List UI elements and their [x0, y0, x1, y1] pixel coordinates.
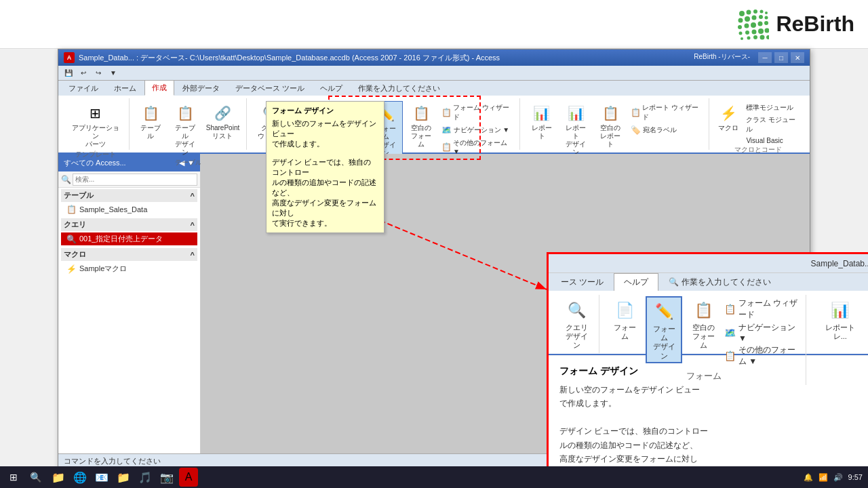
sidebar-table-label: テーブル	[64, 190, 94, 201]
table-button[interactable]: 📋 テーブル	[135, 101, 167, 142]
tab-external-data[interactable]: 外部データ	[175, 81, 227, 96]
zoomed-tab-search[interactable]: 🔍 作業を入力してください	[659, 274, 780, 291]
blank-report-button[interactable]: 📋 空白のレポート	[595, 101, 627, 150]
minimize-button[interactable]: ─	[758, 52, 772, 63]
sidebar-search-input[interactable]	[73, 174, 197, 186]
undo-qa-button[interactable]: ↩	[77, 67, 90, 79]
ribbon-group-table: 📋 テーブル 📋 テーブルデザイン 🔗 SharePointリスト テーブル	[131, 98, 247, 150]
taskbar-app-photo[interactable]: 📷	[157, 468, 176, 487]
zoomed-tab-tools[interactable]: ース ツール	[551, 274, 613, 291]
zoomed-report-label: レポート レ...	[818, 323, 862, 341]
class-module-button[interactable]: クラス モジュール	[745, 115, 802, 135]
zoomed-blank-form-button[interactable]: 📋 空白のフォーム	[686, 296, 720, 352]
svg-point-12	[751, 22, 756, 28]
macro-label: マクロ	[718, 124, 738, 132]
tab-home[interactable]: ホーム	[106, 81, 144, 96]
tab-create[interactable]: 作成	[144, 80, 174, 96]
navigation-label: ナビゲーション ▼	[454, 125, 510, 135]
report-button[interactable]: 📊 レポート	[526, 101, 557, 142]
svg-point-18	[758, 28, 764, 34]
zoomed-form-button[interactable]: 📄 フォーム	[608, 296, 642, 342]
ribbon-tabs: ファイル ホーム 作成 外部データ データベース ツール ヘルプ 作業を入力して…	[58, 81, 810, 96]
tab-help[interactable]: ヘルプ	[313, 81, 350, 96]
rebirth-titlebar-label: ReBirth -リバース-	[694, 52, 750, 63]
svg-point-15	[739, 31, 743, 35]
zoomed-form-wizard-button[interactable]: 📋 フォーム ウィザード	[724, 298, 800, 321]
report-wizard-label: レポート ウィザード	[642, 103, 703, 122]
sidebar-section-queries: クエリ ^ 🔍 001_指定日付売上データ	[58, 217, 200, 247]
zoomed-other-forms-button[interactable]: 📋 その他のフォーム ▼	[724, 344, 800, 367]
sidebar-item-sample-sales[interactable]: 📋 Sample_Sales_Data	[61, 203, 197, 216]
svg-point-22	[753, 35, 757, 39]
sidebar-table-section-header[interactable]: テーブル ^	[61, 189, 197, 202]
taskbar-app-access[interactable]: A	[179, 468, 198, 487]
table-design-button[interactable]: 📋 テーブルデザイン	[170, 101, 201, 158]
tab-search[interactable]: 作業を入力してください	[351, 81, 448, 96]
standard-module-button[interactable]: 標準モジュール	[745, 102, 802, 113]
sidebar-query-label: クエリ	[64, 220, 86, 230]
table-group-label: テーブル	[175, 158, 202, 167]
tab-file[interactable]: ファイル	[61, 81, 106, 96]
zoomed-report-button[interactable]: 📊 レポート レ...	[814, 296, 866, 342]
report-wizard-button[interactable]: 📋 レポート ウィザード	[629, 102, 705, 123]
other-forms-button[interactable]: 📋 その他のフォーム ▼	[440, 138, 516, 156]
sidebar-item-date-query[interactable]: 🔍 001_指定日付売上データ	[61, 232, 197, 245]
zoomed-report-icon: 📊	[827, 298, 853, 323]
taskbar-notification-icon[interactable]: 🔔	[804, 473, 813, 482]
tab-database-tools[interactable]: データベース ツール	[228, 81, 312, 96]
svg-point-13	[758, 21, 763, 26]
qa-more-button[interactable]: ▼	[107, 67, 119, 79]
zoomed-tab-help[interactable]: ヘルプ	[614, 273, 658, 291]
visual-basic-button[interactable]: Visual Basic	[745, 136, 802, 145]
blank-form-button[interactable]: 📋 空白のフォーム	[406, 101, 437, 150]
address-label-button[interactable]: 🏷️ 宛名ラベル	[629, 124, 705, 136]
start-button[interactable]: ⊞	[5, 469, 22, 485]
zoomed-form-small-buttons: 📋 フォーム ウィザード 🗺️ ナビゲーション ▼ 📋 その他のフォーム ▼	[724, 298, 800, 367]
sidebar-macro-section-header[interactable]: マクロ ^	[61, 248, 197, 261]
titlebar-controls[interactable]: ReBirth -リバース- ─ □ ✕	[694, 52, 804, 63]
table-label: テーブル	[138, 124, 164, 140]
taskbar-app-folder[interactable]: 📁	[114, 468, 133, 487]
macro-group-items: ⚡ マクロ 標準モジュール クラス モジュール Visual Basic	[715, 100, 802, 145]
maximize-button[interactable]: □	[774, 52, 788, 63]
sidebar-item-sample-macro[interactable]: ⚡ Sampleマクロ	[61, 262, 197, 275]
sharepoint-icon: 🔗	[212, 102, 233, 124]
zoomed-navigation-button[interactable]: 🗺️ ナビゲーション ▼	[724, 322, 800, 343]
zoomed-form-design-label: フォームデザイン	[651, 325, 677, 361]
sidebar-macro-label: マクロ	[64, 249, 86, 260]
taskbar-app-edge[interactable]: 🌐	[71, 468, 90, 487]
template-group-items: ⊞ アプリケーションパーツ	[66, 100, 125, 150]
zoomed-form-design-icon: ✏️	[651, 299, 677, 325]
taskbar-volume-icon[interactable]: 🔊	[833, 473, 843, 482]
app-parts-button[interactable]: ⊞ アプリケーションパーツ	[66, 101, 125, 150]
sidebar-section-macros: マクロ ^ ⚡ Sampleマクロ	[58, 247, 200, 277]
zoomed-query-design-button[interactable]: 🔍 クエリデザイン	[559, 296, 593, 352]
svg-point-6	[745, 16, 750, 22]
close-button[interactable]: ✕	[791, 52, 804, 63]
ribbon-group-macro: ⚡ マクロ 標準モジュール クラス モジュール Visual Basic マクロ…	[711, 98, 806, 150]
save-qa-button[interactable]: 💾	[62, 67, 75, 79]
form-small-buttons: 📋 フォーム ウィザード 🗺️ ナビゲーション ▼ 📋 その他のフォーム ▼	[440, 102, 516, 156]
macro-button[interactable]: ⚡ マクロ	[715, 101, 742, 134]
sidebar-query-expand-icon: ^	[191, 221, 195, 229]
taskbar-app-explorer[interactable]: 📁	[49, 468, 68, 487]
zoomed-report-items: 📊 レポート レ...	[814, 296, 866, 342]
taskbar-network-icon[interactable]: 📶	[818, 473, 828, 482]
zoomed-form-label: フォーム	[612, 323, 637, 341]
zoomed-blank-form-icon: 📋	[690, 298, 716, 323]
report-design-button[interactable]: 📊 レポートデザイン	[560, 101, 592, 158]
taskbar-app-mail[interactable]: 📧	[92, 468, 111, 487]
taskbar-search-button[interactable]: 🔍	[26, 469, 45, 485]
zoomed-search-icon: 🔍	[669, 277, 679, 287]
zoomed-group-report: 📊 レポート レ...	[809, 295, 868, 344]
sidebar-search-bar: 🔍	[58, 171, 200, 188]
sharepoint-button[interactable]: 🔗 SharePointリスト	[203, 101, 241, 142]
zoomed-form-design-button[interactable]: ✏️ フォームデザイン	[646, 296, 682, 363]
taskbar-app-media[interactable]: 🎵	[136, 468, 155, 487]
sidebar-query-section-header[interactable]: クエリ ^	[61, 218, 197, 231]
redo-qa-button[interactable]: ↪	[92, 67, 104, 79]
form-wizard-button[interactable]: 📋 フォーム ウィザード	[440, 102, 516, 123]
main-area: すべての Access... ◀ ▼ 🔍 テーブル ^ 📋 Sample_Sal…	[58, 154, 810, 468]
taskbar-clock[interactable]: 9:57	[848, 473, 863, 481]
navigation-button[interactable]: 🗺️ ナビゲーション ▼	[440, 124, 516, 136]
